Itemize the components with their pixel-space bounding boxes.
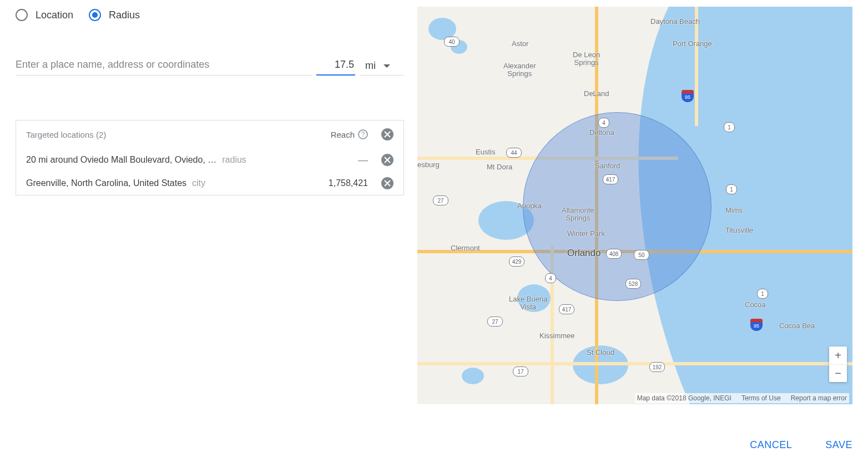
map-city-label: Winter Park — [567, 230, 605, 238]
targeted-locations-box: Targeted locations (2) Reach ? 20 mi aro… — [16, 120, 404, 195]
action-bar: CANCEL SAVE — [750, 439, 852, 451]
zoom-out-button[interactable]: − — [829, 364, 847, 382]
save-button[interactable]: SAVE — [825, 439, 852, 451]
remove-row-button[interactable] — [381, 154, 393, 166]
interstate-shield: 95 — [682, 90, 694, 102]
map-city-label: DeLand — [584, 90, 609, 98]
route-shield: 27 — [487, 317, 503, 327]
route-shield: 27 — [433, 195, 448, 205]
remove-all-button[interactable] — [381, 128, 393, 140]
route-shield: 1 — [757, 289, 768, 299]
map-city-label: Kissimmee — [539, 332, 575, 340]
route-shield: 1 — [726, 184, 737, 194]
remove-row-button[interactable] — [381, 177, 393, 189]
map-report-link[interactable]: Report a map error — [791, 394, 847, 402]
radius-value-field[interactable] — [316, 58, 355, 76]
radio-radius-label: Radius — [109, 9, 140, 21]
map-city-label: Astor — [512, 40, 528, 48]
map-city-label: Altamonte Springs — [562, 207, 594, 223]
route-shield: 408 — [606, 249, 622, 259]
map-city-label: Titusville — [725, 227, 753, 234]
map-city-label: Mims — [725, 207, 743, 214]
map-city-label: Eustis — [476, 148, 495, 156]
cancel-button[interactable]: CANCEL — [750, 439, 792, 451]
route-shield: 417 — [559, 304, 574, 314]
route-shield: 192 — [649, 362, 665, 372]
chevron-down-icon — [383, 64, 390, 68]
route-shield: 4 — [545, 273, 556, 283]
route-shield: 50 — [634, 250, 649, 260]
route-shield: 417 — [603, 174, 618, 184]
map-footer: Map data ©2018 Google, INEGI Terms of Us… — [635, 393, 849, 403]
radio-location[interactable]: Location — [16, 9, 73, 21]
map-city-label: Mt Dora — [487, 163, 512, 171]
route-shield: 44 — [506, 148, 522, 158]
reach-header-label: Reach — [331, 130, 355, 139]
route-shield: 4 — [598, 118, 609, 128]
map-terms-link[interactable]: Terms of Use — [741, 394, 781, 402]
map-city-label: Cocoa Bea — [779, 322, 815, 330]
map-city-label: Alexander Springs — [503, 62, 536, 78]
map-city-label: Port Orange — [673, 40, 712, 48]
radio-checked-icon — [89, 9, 101, 21]
zoom-controls: + − — [829, 346, 847, 382]
map-attribution: Map data ©2018 Google, INEGI — [637, 394, 731, 402]
map-city-label: De Leon Springs — [573, 51, 600, 67]
location-name: 20 mi around Oviedo Mall Boulevard, Ovie… — [26, 155, 216, 165]
radio-location-label: Location — [36, 9, 73, 21]
map-city-label: Sanford — [595, 162, 620, 170]
route-shield: 528 — [625, 279, 641, 289]
radio-unchecked-icon — [16, 9, 28, 21]
map-city-label: Deltona — [589, 129, 614, 137]
radius-input[interactable] — [316, 58, 355, 71]
close-icon — [384, 131, 391, 138]
table-row: 20 mi around Oviedo Mall Boulevard, Ovie… — [16, 148, 403, 172]
location-type: radius — [222, 155, 324, 165]
route-shield: 17 — [513, 366, 528, 376]
map-city-label: Apopka — [517, 202, 542, 210]
help-icon[interactable]: ? — [358, 129, 368, 139]
map-city-label: esburg — [417, 161, 440, 169]
reach-value: 1,758,421 — [324, 178, 368, 188]
place-input[interactable] — [16, 54, 312, 76]
map-city-label: Clermont — [451, 244, 480, 252]
location-type: city — [192, 178, 324, 188]
close-icon — [384, 180, 391, 187]
map-city-label: Cocoa — [745, 301, 766, 309]
map-city-label: St Cloud — [587, 349, 614, 356]
close-icon — [384, 157, 391, 163]
table-row: Greenville, North Carolina, United State… — [16, 172, 403, 195]
targeted-title: Targeted locations (2) — [26, 130, 331, 139]
search-row: mi — [16, 54, 404, 76]
map-city-label: Daytona Beach — [650, 18, 700, 26]
unit-label: mi — [365, 60, 376, 72]
settings-panel: Location Radius mi Targeted locations (2… — [16, 7, 404, 404]
route-shield: 40 — [444, 37, 460, 47]
map-city-label: Orlando — [567, 248, 600, 259]
radius-overlay — [523, 112, 711, 301]
targeted-header: Targeted locations (2) Reach ? — [16, 120, 403, 148]
map-city-label: Lake Buena Vista — [509, 295, 547, 312]
map[interactable]: Daytona Beach Port Orange Astor De Leon … — [417, 7, 852, 404]
mode-radio-group: Location Radius — [16, 9, 404, 21]
route-shield: 429 — [509, 257, 524, 267]
zoom-in-button[interactable]: + — [829, 346, 847, 364]
radio-radius[interactable]: Radius — [89, 9, 140, 21]
reach-value: — — [324, 154, 368, 166]
location-name: Greenville, North Carolina, United State… — [26, 178, 186, 188]
map-panel: Daytona Beach Port Orange Astor De Leon … — [417, 7, 852, 404]
unit-select[interactable]: mi — [360, 60, 404, 76]
interstate-shield: 95 — [750, 319, 763, 331]
route-shield: 1 — [724, 122, 735, 132]
